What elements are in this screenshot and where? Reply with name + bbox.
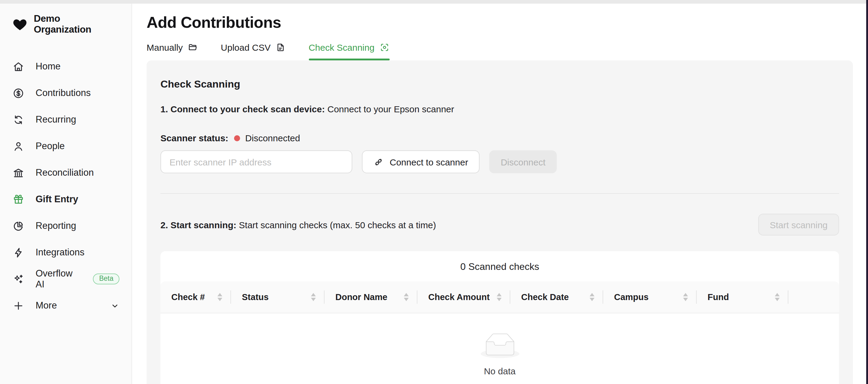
scanner-ip-input[interactable]	[160, 150, 352, 173]
page-title: Add Contributions	[147, 13, 868, 32]
org-switcher[interactable]: Demo Organization	[0, 12, 131, 36]
sidebar-item-label: Home	[36, 61, 61, 72]
folder-icon	[188, 42, 198, 53]
sidebar-item-integrations[interactable]: Integrations	[0, 239, 131, 266]
window-right-edge	[866, 0, 868, 384]
pie-chart-icon	[12, 219, 25, 232]
dollar-circle-icon	[12, 87, 25, 99]
lightning-icon	[12, 246, 25, 259]
column-header-check-number[interactable]: Check #	[160, 282, 231, 313]
scan-icon	[379, 42, 390, 53]
step2-row: 2. Start scanning: Start scanning checks…	[160, 214, 839, 235]
tab-upload-csv[interactable]: Upload CSV	[221, 42, 286, 60]
step1-rest: Connect to your Epson scanner	[325, 104, 454, 114]
column-header-donor-name[interactable]: Donor Name	[324, 282, 417, 313]
beta-badge: Beta	[93, 273, 119, 285]
column-label: Check Amount	[428, 292, 490, 302]
sidebar-item-more[interactable]: More	[0, 292, 131, 319]
table-empty-state: No data	[160, 313, 839, 376]
step1-bold: 1. Connect to your check scan device:	[160, 104, 325, 114]
section-divider	[160, 193, 839, 194]
sort-carets-icon	[217, 293, 223, 301]
check-scanning-panel: Check Scanning 1. Connect to your check …	[147, 60, 853, 384]
sync-icon	[12, 113, 25, 126]
disconnect-button-label: Disconnect	[501, 157, 545, 167]
main-content: Add Contributions Manually Upload CSV Ch…	[133, 4, 868, 384]
bank-icon	[12, 166, 25, 179]
gift-icon	[12, 193, 25, 206]
sort-carets-icon	[404, 293, 409, 301]
app-window: Demo Organization Home Contributions Rec	[0, 0, 868, 384]
panel-heading: Check Scanning	[160, 79, 839, 91]
empty-inbox-icon	[480, 333, 519, 358]
sidebar-item-label: Contributions	[36, 88, 91, 98]
org-logo-heart-icon	[12, 16, 28, 32]
chevron-down-icon	[111, 301, 119, 310]
step2-bold: 2. Start scanning:	[160, 219, 237, 230]
tab-check-scanning[interactable]: Check Scanning	[309, 42, 390, 60]
sidebar-item-label: More	[36, 300, 57, 311]
sidebar-item-contributions[interactable]: Contributions	[0, 80, 131, 106]
sidebar-item-reconciliation[interactable]: Reconciliation	[0, 159, 131, 186]
column-label: Donor Name	[335, 292, 387, 302]
table-title: 0 Scanned checks	[160, 251, 839, 282]
start-scanning-button[interactable]: Start scanning	[758, 214, 839, 235]
sidebar-nav: Home Contributions Recurring People	[0, 53, 131, 319]
empty-state-text: No data	[484, 366, 516, 376]
sidebar: Demo Organization Home Contributions Rec	[0, 4, 132, 384]
tab-label: Check Scanning	[309, 42, 374, 53]
step2-rest: Start scanning checks (max. 50 checks at…	[237, 219, 436, 230]
table-header-row: Check # Status Donor Name Check Amount	[160, 282, 839, 313]
scanner-status-line: Scanner status: Disconnected	[160, 133, 839, 143]
plug-icon	[373, 157, 384, 167]
sidebar-item-reporting[interactable]: Reporting	[0, 212, 131, 239]
step2-instruction: 2. Start scanning: Start scanning checks…	[160, 219, 436, 230]
sort-carets-icon	[775, 293, 780, 301]
sidebar-item-label: Reconciliation	[36, 167, 94, 178]
person-icon	[12, 140, 25, 152]
sidebar-item-label: Gift Entry	[36, 194, 78, 205]
column-header-check-date[interactable]: Check Date	[510, 282, 603, 313]
sort-carets-icon	[683, 293, 688, 301]
org-name: Demo Organization	[34, 13, 119, 35]
home-icon	[12, 60, 25, 73]
tab-label: Manually	[147, 42, 183, 53]
sidebar-item-recurring[interactable]: Recurring	[0, 106, 131, 133]
tab-bar: Manually Upload CSV Check Scanning	[147, 42, 868, 60]
disconnect-button[interactable]: Disconnect	[489, 150, 557, 173]
sparkles-icon	[12, 273, 25, 285]
column-header-check-amount[interactable]: Check Amount	[417, 282, 510, 313]
sort-carets-icon	[496, 293, 502, 301]
column-header-fund[interactable]: Fund	[697, 282, 788, 313]
connect-button-label: Connect to scanner	[390, 157, 468, 167]
scanner-status-value: Disconnected	[245, 133, 300, 143]
tab-manually[interactable]: Manually	[147, 42, 198, 60]
sort-carets-icon	[311, 293, 316, 301]
column-label: Status	[242, 292, 269, 302]
start-button-label: Start scanning	[770, 219, 828, 230]
status-dot-icon	[234, 135, 240, 141]
plus-icon	[12, 299, 25, 312]
window-top-edge	[0, 0, 868, 4]
column-header-campus[interactable]: Campus	[603, 282, 697, 313]
sidebar-item-label: Integrations	[36, 247, 85, 258]
column-header-status[interactable]: Status	[231, 282, 324, 313]
connect-to-scanner-button[interactable]: Connect to scanner	[362, 150, 479, 173]
sidebar-item-label: Reporting	[36, 220, 76, 231]
scanner-status-label: Scanner status:	[160, 133, 228, 143]
column-label: Check Date	[521, 292, 569, 302]
sidebar-item-gift-entry[interactable]: Gift Entry	[0, 186, 131, 212]
step1-instruction: 1. Connect to your check scan device: Co…	[160, 104, 839, 114]
sidebar-item-label: People	[36, 141, 65, 152]
column-label: Fund	[708, 292, 729, 302]
sidebar-item-overflow-ai[interactable]: Overflow AI Beta	[0, 266, 131, 292]
column-label: Check #	[171, 292, 205, 302]
sidebar-item-people[interactable]: People	[0, 133, 131, 159]
column-label: Campus	[614, 292, 648, 302]
sidebar-item-label: Recurring	[36, 114, 76, 125]
sidebar-item-home[interactable]: Home	[0, 53, 131, 80]
scanned-checks-table: 0 Scanned checks Check # Status Donor Na…	[160, 251, 839, 384]
column-header-actions-empty	[788, 282, 839, 313]
file-icon	[275, 42, 286, 53]
sidebar-item-label: Overflow AI	[36, 268, 78, 290]
